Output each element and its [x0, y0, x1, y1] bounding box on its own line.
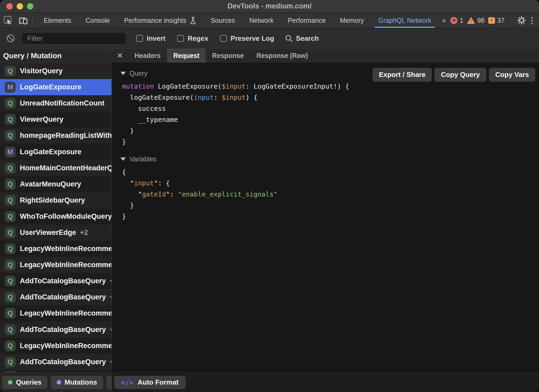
- query-list-item[interactable]: QLegacyWebInlineRecommende: [0, 338, 111, 354]
- query-list-item[interactable]: QLegacyWebInlineRecommende: [0, 241, 111, 257]
- query-list-item[interactable]: MLogGateExposure: [0, 79, 111, 95]
- warning-icon: !: [467, 17, 475, 24]
- copy-vars-button[interactable]: Copy Vars: [489, 68, 535, 82]
- variables-section-header[interactable]: Variables: [120, 155, 539, 163]
- collapse-triangle-icon: [120, 72, 126, 75]
- checkbox-label: Preserve Log: [231, 34, 274, 43]
- checkbox-box[interactable]: [177, 35, 184, 42]
- request-detail-panel: ✕ HeadersRequestResponseResponse (Raw) E…: [112, 49, 539, 392]
- export-share-button[interactable]: Export / Share: [372, 68, 432, 82]
- checkbox-box[interactable]: [136, 35, 143, 42]
- query-type-badge: Q: [5, 179, 16, 190]
- filter-pill-pers[interactable]: Pers: [106, 376, 111, 389]
- filter-pill-queries[interactable]: Queries: [2, 376, 47, 389]
- settings-gear-icon[interactable]: [516, 15, 527, 25]
- tab-graphql-network[interactable]: GraphQL Network: [378, 13, 432, 28]
- filter-toolbar: Filter InvertRegexPreserve Log Search: [0, 28, 539, 49]
- query-name: AddToCatalogBaseQuery: [20, 277, 106, 285]
- error-icon: ✕: [450, 17, 457, 24]
- query-count-suffix: +11: [110, 358, 111, 366]
- request-footer: </> Auto Format: [112, 372, 539, 392]
- tab-network[interactable]: Network: [249, 13, 274, 28]
- code-line: "input": {: [122, 178, 539, 189]
- query-list-item[interactable]: QWhoToFollowModuleQuery: [0, 208, 111, 225]
- query-list-item[interactable]: QUserViewerEdge+2: [0, 225, 111, 241]
- warning-badge[interactable]: ! 98: [467, 17, 484, 24]
- query-list-item[interactable]: MLogGateExposure: [0, 144, 111, 160]
- tab-console[interactable]: Console: [85, 13, 110, 28]
- collapse-triangle-icon: [120, 157, 126, 161]
- issues-badge[interactable]: ! 37: [488, 17, 505, 24]
- query-list: QVisitorQueryMLogGateExposureQUnreadNoti…: [0, 63, 111, 372]
- query-name: UserViewerEdge: [20, 229, 76, 237]
- tab-memory[interactable]: Memory: [339, 13, 364, 28]
- request-tab-request[interactable]: Request: [167, 49, 206, 63]
- query-list-item[interactable]: QAddToCatalogBaseQuery+11: [0, 354, 111, 370]
- tabbar-divider: [33, 16, 33, 25]
- minimize-window-button[interactable]: [17, 3, 23, 10]
- sidebar-footer: QueriesMutationsPers: [0, 372, 111, 392]
- query-name: AddToCatalogBaseQuery: [20, 293, 106, 301]
- title-bar: DevTools - medium.com/: [0, 0, 539, 13]
- query-list-item[interactable]: QRightSidebarQuery: [0, 192, 111, 208]
- window-title: DevTools - medium.com/: [227, 2, 312, 10]
- checkbox-preserve-log[interactable]: Preserve Log: [220, 34, 274, 43]
- filter-pill-mutations[interactable]: Mutations: [51, 376, 103, 389]
- query-list-item[interactable]: QAddToCatalogBaseQuery+11: [0, 289, 111, 305]
- query-name: LogGateExposure: [20, 83, 82, 91]
- query-name: HomeMainContentHeaderQue: [20, 164, 111, 172]
- request-tab-headers[interactable]: Headers: [128, 49, 167, 63]
- query-list-item[interactable]: QLegacyWebInlineRecommende: [0, 257, 111, 273]
- query-type-badge: Q: [5, 292, 16, 303]
- panel-split-divider[interactable]: [111, 49, 112, 392]
- query-list-item[interactable]: QVisitorQuery: [0, 63, 111, 79]
- checkbox-regex[interactable]: Regex: [177, 34, 208, 43]
- query-type-badge: Q: [5, 259, 16, 270]
- inspect-element-icon[interactable]: [4, 16, 13, 25]
- query-list-item[interactable]: QAddToCatalogBaseQuery+12: [0, 322, 111, 338]
- pill-label: Queries: [16, 378, 42, 386]
- error-badge[interactable]: ✕ 1: [450, 17, 463, 24]
- block-requests-icon[interactable]: [6, 34, 15, 43]
- query-name: LegacyWebInlineRecommende: [20, 309, 111, 317]
- tab-sources[interactable]: Sources: [210, 13, 236, 28]
- query-list-item[interactable]: QLegacyWebInlineRecommende: [0, 305, 111, 321]
- mutation-type-badge: M: [5, 82, 16, 93]
- close-window-button[interactable]: [6, 3, 13, 10]
- more-tabs-chevron-icon[interactable]: »: [442, 16, 445, 25]
- query-name: LogGateExposure: [20, 148, 82, 156]
- request-tab-response[interactable]: Response: [206, 49, 250, 63]
- query-name: AddToCatalogBaseQuery: [20, 358, 106, 366]
- query-list-item[interactable]: QAvatarMenuQuery: [0, 176, 111, 192]
- query-name: RightSidebarQuery: [20, 196, 85, 204]
- filter-input[interactable]: Filter: [21, 32, 127, 45]
- tab-performance[interactable]: Performance: [287, 13, 326, 28]
- query-name: UnreadNotificationCount: [20, 99, 104, 107]
- query-list-item-partial: [0, 370, 111, 372]
- mutations-dot-icon: [57, 380, 61, 385]
- query-list-item[interactable]: QUnreadNotificationCount: [0, 95, 111, 111]
- query-list-item[interactable]: QHomeMainContentHeaderQue: [0, 160, 111, 176]
- copy-query-button[interactable]: Copy Query: [434, 68, 486, 82]
- query-list-item[interactable]: QViewerQuery: [0, 111, 111, 127]
- tab-elements[interactable]: Elements: [43, 13, 72, 28]
- query-list-sidebar: Query / Mutation QVisitorQueryMLogGateEx…: [0, 49, 111, 392]
- device-toolbar-icon[interactable]: [19, 16, 28, 25]
- devtools-tabbar: ElementsConsolePerformance insightsSourc…: [0, 13, 539, 28]
- tab-label: Console: [86, 17, 110, 24]
- tab-performance-insights[interactable]: Performance insights: [124, 13, 197, 28]
- sidebar-header: Query / Mutation: [0, 49, 111, 63]
- auto-format-button[interactable]: </> Auto Format: [114, 376, 186, 389]
- checkbox-box[interactable]: [220, 35, 227, 42]
- tab-label: Performance: [288, 17, 326, 24]
- search-control[interactable]: Search: [285, 34, 319, 43]
- graphql-variables-code: { "input": { "gateId": "enable_explicit_…: [122, 167, 539, 222]
- tab-label: GraphQL Network: [378, 17, 432, 24]
- checkbox-invert[interactable]: Invert: [136, 34, 165, 43]
- kebab-menu-icon[interactable]: [530, 16, 534, 25]
- query-list-item[interactable]: QAddToCatalogBaseQuery+12: [0, 273, 111, 289]
- close-detail-icon[interactable]: ✕: [112, 49, 128, 63]
- maximize-window-button[interactable]: [27, 3, 33, 10]
- query-list-item[interactable]: QhomepageReadingListWithCat: [0, 127, 111, 144]
- request-tab-response-raw-[interactable]: Response (Raw): [250, 49, 314, 63]
